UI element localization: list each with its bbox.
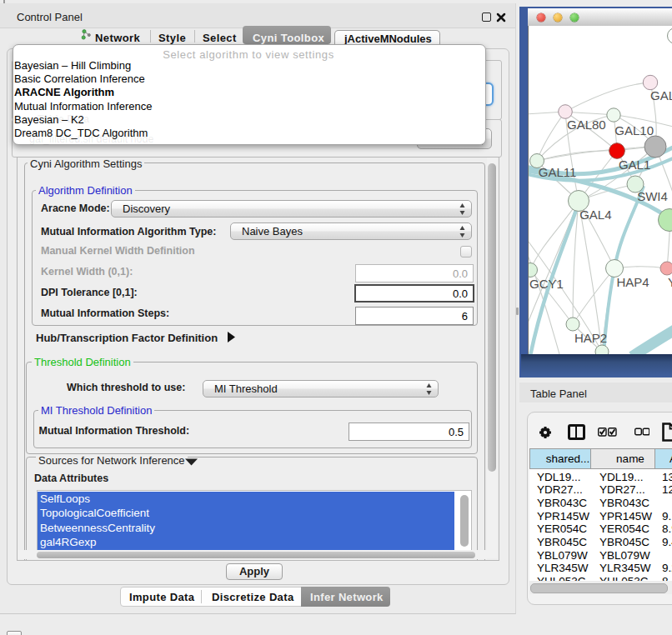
svg-text:HAP4: HAP4 bbox=[616, 275, 649, 289]
svg-text:HAP2: HAP2 bbox=[574, 331, 607, 345]
svg-text:GAL11: GAL11 bbox=[539, 165, 577, 179]
svg-text:GAL1: GAL1 bbox=[619, 158, 650, 172]
svg-text:GAL10: GAL10 bbox=[614, 123, 654, 138]
svg-text:GAL7: GAL7 bbox=[650, 88, 672, 102]
svg-text:GAL4: GAL4 bbox=[579, 208, 611, 222]
svg-text:GCY1: GCY1 bbox=[529, 277, 564, 291]
svg-text:YM: YM bbox=[668, 275, 672, 289]
svg-text:GAL80: GAL80 bbox=[567, 118, 606, 132]
svg-text:SWI4: SWI4 bbox=[637, 189, 668, 203]
